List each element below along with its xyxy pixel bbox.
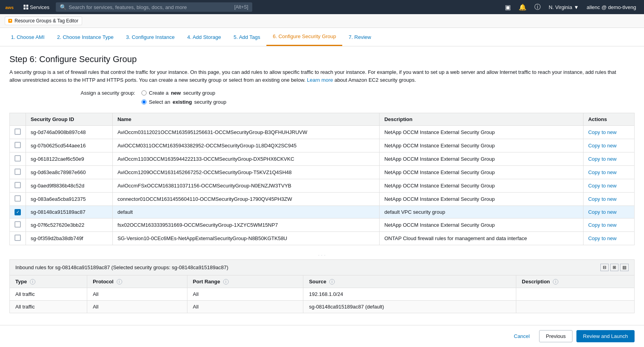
copy-to-new-link[interactable]: Copy to new bbox=[588, 235, 616, 241]
assign-existing-row: Select an existing security group bbox=[57, 99, 635, 105]
help-icon-button[interactable]: ⓘ bbox=[531, 2, 544, 13]
table-row[interactable]: sg-0f359d2ba38db749f SG-Version10-0CEc6M… bbox=[10, 231, 635, 245]
wizard-step-1[interactable]: 1. Choose AMI bbox=[5, 29, 51, 46]
table-row[interactable]: sg-07f6c527620e3bb22 fsx02OCCM1633339531… bbox=[10, 218, 635, 231]
bell-icon-button[interactable]: 🔔 bbox=[516, 2, 530, 13]
rule-description bbox=[516, 288, 635, 301]
col-actions: Actions bbox=[583, 113, 634, 126]
row-action[interactable]: Copy to new bbox=[583, 231, 634, 245]
row-name: AviOccm1209OCCM1631452667252-OCCMSecurit… bbox=[112, 166, 379, 179]
table-row[interactable]: sg-0d63ea8c78987e660 AviOccm1209OCCM1631… bbox=[10, 166, 635, 179]
row-checkbox-cell[interactable] bbox=[10, 166, 26, 179]
create-new-label-suffix: security group bbox=[183, 90, 215, 96]
source-info-icon[interactable]: i bbox=[329, 279, 335, 285]
cancel-button[interactable]: Cancel bbox=[508, 330, 535, 342]
row-checkbox-cell[interactable] bbox=[10, 218, 26, 231]
type-info-icon[interactable]: i bbox=[30, 279, 35, 285]
copy-to-new-link[interactable]: Copy to new bbox=[588, 156, 616, 162]
row-action[interactable]: Copy to new bbox=[583, 166, 634, 179]
protocol-info-icon[interactable]: i bbox=[117, 279, 122, 285]
wizard-step-3[interactable]: 3. Configure Instance bbox=[120, 29, 181, 46]
table-row[interactable]: sg-07b0625cd544aee16 AviOCCM0311OCCM1635… bbox=[10, 139, 635, 152]
row-checkbox-cell[interactable] bbox=[10, 231, 26, 245]
row-action[interactable]: Copy to new bbox=[583, 193, 634, 206]
row-checkbox-cell[interactable] bbox=[10, 193, 26, 206]
row-action[interactable]: Copy to new bbox=[583, 206, 634, 218]
rule-port-range: All bbox=[187, 301, 303, 313]
row-description: default VPC security group bbox=[380, 206, 583, 218]
table-row[interactable]: ✓ sg-08148ca915189ac87 default default V… bbox=[10, 206, 635, 218]
services-button[interactable]: Services bbox=[20, 3, 53, 12]
create-new-radio-label[interactable]: Create a new security group bbox=[141, 90, 215, 96]
resource-tag-label: Resource Groups & Tag Editor bbox=[15, 18, 79, 24]
copy-to-new-link[interactable]: Copy to new bbox=[588, 129, 616, 135]
assign-label: Assign a security group: bbox=[57, 90, 135, 96]
row-description: NetApp OCCM Instance External Security G… bbox=[380, 166, 583, 179]
port-range-info-icon[interactable]: i bbox=[223, 279, 229, 285]
row-sg-id: sg-0618122caef6c50e9 bbox=[26, 152, 113, 166]
previous-button[interactable]: Previous bbox=[539, 330, 572, 342]
copy-to-new-link[interactable]: Copy to new bbox=[588, 143, 616, 149]
page-title: Step 6: Configure Security Group bbox=[9, 54, 635, 64]
row-checkbox-cell[interactable] bbox=[10, 179, 26, 193]
row-description: NetApp OCCM Instance External Security G… bbox=[380, 179, 583, 193]
learn-more-link[interactable]: Learn more bbox=[307, 77, 334, 83]
checkbox-checked-icon: ✓ bbox=[15, 209, 21, 215]
copy-to-new-link[interactable]: Copy to new bbox=[588, 196, 616, 202]
copy-to-new-link[interactable]: Copy to new bbox=[588, 222, 616, 228]
view-icon-2[interactable]: ⊞ bbox=[610, 264, 618, 271]
wizard-step-5[interactable]: 5. Add Tags bbox=[227, 29, 266, 46]
row-action[interactable]: Copy to new bbox=[583, 179, 634, 193]
col-source: Source i bbox=[303, 275, 516, 288]
row-description: ONTAP Cloud firewall rules for managemen… bbox=[380, 231, 583, 245]
row-name: SG-Version10-0CEc6MEs-NetAppExternalSecu… bbox=[112, 231, 379, 245]
view-icon-3[interactable]: ▤ bbox=[620, 264, 629, 271]
rule-description bbox=[516, 301, 635, 313]
row-action[interactable]: Copy to new bbox=[583, 139, 634, 152]
search-bar[interactable]: 🔍 [Alt+S] bbox=[56, 2, 252, 12]
copy-to-new-link[interactable]: Copy to new bbox=[588, 209, 616, 215]
desc-info-icon[interactable]: i bbox=[553, 279, 558, 285]
table-row[interactable]: sg-0d746a0908b897c48 AviOccm03112021OCCM… bbox=[10, 126, 635, 139]
row-action[interactable]: Copy to new bbox=[583, 218, 634, 231]
select-existing-radio-label[interactable]: Select an existing security group bbox=[141, 99, 226, 105]
copy-to-new-link[interactable]: Copy to new bbox=[588, 183, 616, 189]
assign-security-group: Assign a security group: Create a new se… bbox=[9, 90, 635, 105]
wizard-step-2[interactable]: 2. Choose Instance Type bbox=[51, 29, 120, 46]
row-action[interactable]: Copy to new bbox=[583, 126, 634, 139]
main-content: Step 6: Configure Security Group A secur… bbox=[0, 46, 644, 347]
rule-type: All traffic bbox=[10, 301, 87, 313]
row-checkbox-cell[interactable] bbox=[10, 139, 26, 152]
terminal-icon-button[interactable]: ▣ bbox=[502, 2, 514, 13]
rule-row: All traffic All All 192.168.1.0/24 bbox=[10, 288, 635, 301]
table-row[interactable]: sg-0aed9f8836b48c52d AviOccmFSxOCCM16381… bbox=[10, 179, 635, 193]
table-row[interactable]: sg-0618122caef6c50e9 AviOccm1103OCCM1635… bbox=[10, 152, 635, 166]
footer: Cancel Previous Review and Launch bbox=[0, 325, 644, 347]
row-action[interactable]: Copy to new bbox=[583, 152, 634, 166]
search-input[interactable] bbox=[69, 4, 232, 10]
table-row[interactable]: sg-083a6ea5cba912375 connector01OCCM1631… bbox=[10, 193, 635, 206]
tag-dot-icon: ✦ bbox=[8, 19, 12, 23]
copy-to-new-link[interactable]: Copy to new bbox=[588, 169, 616, 175]
rule-type: All traffic bbox=[10, 288, 87, 301]
wizard-step-7[interactable]: 7. Review bbox=[342, 29, 377, 46]
select-existing-radio[interactable] bbox=[141, 99, 147, 105]
row-checkbox-cell[interactable] bbox=[10, 152, 26, 166]
resource-tag-badge[interactable]: ✦ Resource Groups & Tag Editor bbox=[5, 17, 82, 25]
chevron-down-icon: ▼ bbox=[574, 4, 579, 10]
row-checkbox-cell[interactable] bbox=[10, 126, 26, 139]
row-checkbox-cell[interactable]: ✓ bbox=[10, 206, 26, 218]
sg-table-body: sg-0d746a0908b897c48 AviOccm03112021OCCM… bbox=[10, 126, 635, 245]
wizard-step-4[interactable]: 4. Add Storage bbox=[181, 29, 227, 46]
user-menu-button[interactable]: allenc @ demo-tlveng bbox=[583, 3, 639, 12]
checkbox-empty-icon bbox=[15, 235, 21, 241]
create-new-radio[interactable] bbox=[141, 90, 147, 95]
wizard-step-6[interactable]: 6. Configure Security Group bbox=[266, 28, 342, 46]
row-description: NetApp OCCM Instance External Security G… bbox=[380, 218, 583, 231]
col-protocol: Protocol i bbox=[87, 275, 187, 288]
view-icon-1[interactable]: ⊟ bbox=[600, 264, 609, 271]
checkbox-empty-icon bbox=[15, 221, 21, 228]
row-sg-id: sg-0d63ea8c78987e660 bbox=[26, 166, 113, 179]
region-button[interactable]: N. Virginia ▼ bbox=[545, 3, 582, 12]
review-launch-button[interactable]: Review and Launch bbox=[576, 330, 635, 342]
